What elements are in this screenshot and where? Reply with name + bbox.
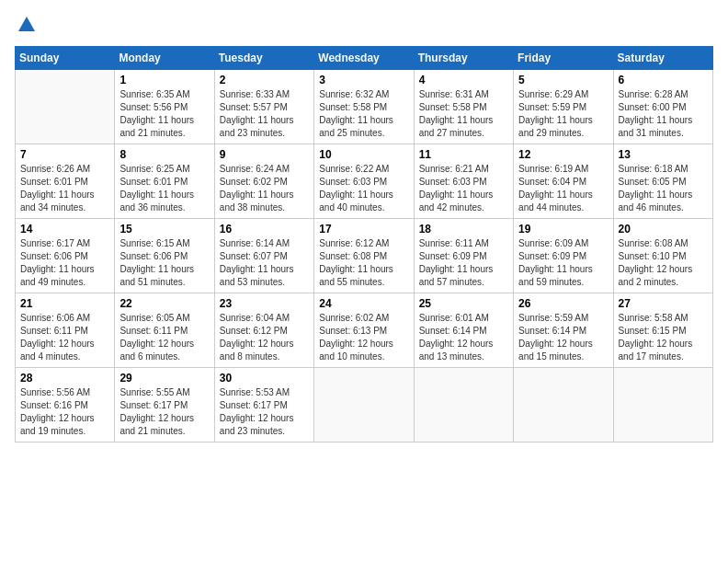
day-number: 15 (119, 223, 209, 236)
calendar-header-row: SundayMondayTuesdayWednesdayThursdayFrid… (16, 47, 713, 70)
week-row-0: 1Sunrise: 6:35 AMSunset: 5:56 PMDaylight… (16, 70, 713, 144)
day-cell: 28Sunrise: 5:56 AMSunset: 6:16 PMDayligh… (16, 368, 115, 442)
day-number: 7 (20, 148, 109, 161)
day-cell: 17Sunrise: 6:12 AMSunset: 6:08 PMDayligh… (314, 219, 414, 293)
header-tuesday: Tuesday (214, 47, 313, 70)
day-number: 9 (220, 148, 309, 161)
logo-icon (17, 15, 37, 35)
day-info: Sunrise: 6:01 AMSunset: 6:14 PMDaylight:… (419, 312, 508, 363)
day-info: Sunrise: 6:33 AMSunset: 5:57 PMDaylight:… (220, 88, 309, 140)
day-number: 27 (619, 297, 708, 310)
day-number: 11 (419, 148, 508, 161)
day-number: 24 (319, 297, 408, 310)
header-sunday: Sunday (16, 47, 115, 70)
header-monday: Monday (115, 47, 214, 70)
day-cell: 23Sunrise: 6:04 AMSunset: 6:12 PMDayligh… (214, 293, 313, 368)
day-cell (314, 368, 414, 442)
day-cell: 25Sunrise: 6:01 AMSunset: 6:14 PMDayligh… (414, 293, 513, 368)
day-info: Sunrise: 6:31 AMSunset: 5:58 PMDaylight:… (419, 88, 508, 140)
day-info: Sunrise: 5:55 AMSunset: 6:17 PMDaylight:… (119, 386, 209, 438)
day-number: 30 (220, 372, 309, 385)
day-info: Sunrise: 6:35 AMSunset: 5:56 PMDaylight:… (119, 88, 209, 140)
day-cell: 13Sunrise: 6:18 AMSunset: 6:05 PMDayligh… (613, 144, 712, 219)
day-number: 19 (518, 223, 608, 236)
day-cell (514, 368, 613, 442)
day-number: 25 (419, 297, 508, 310)
day-cell: 27Sunrise: 5:58 AMSunset: 6:15 PMDayligh… (613, 293, 712, 368)
day-info: Sunrise: 6:09 AMSunset: 6:09 PMDaylight:… (518, 237, 608, 289)
day-number: 20 (619, 223, 708, 236)
header-wednesday: Wednesday (314, 47, 414, 70)
day-info: Sunrise: 6:32 AMSunset: 5:58 PMDaylight:… (319, 88, 408, 140)
day-info: Sunrise: 6:22 AMSunset: 6:03 PMDaylight:… (319, 163, 408, 214)
week-row-4: 28Sunrise: 5:56 AMSunset: 6:16 PMDayligh… (16, 368, 713, 442)
day-number: 22 (119, 297, 209, 310)
header-saturday: Saturday (613, 47, 712, 70)
day-cell: 10Sunrise: 6:22 AMSunset: 6:03 PMDayligh… (314, 144, 414, 219)
day-cell (414, 368, 513, 442)
day-info: Sunrise: 5:56 AMSunset: 6:16 PMDaylight:… (20, 386, 109, 438)
day-cell: 7Sunrise: 6:26 AMSunset: 6:01 PMDaylight… (16, 144, 115, 219)
day-info: Sunrise: 5:59 AMSunset: 6:14 PMDaylight:… (518, 312, 608, 363)
day-number: 23 (220, 297, 309, 310)
day-info: Sunrise: 6:29 AMSunset: 5:59 PMDaylight:… (518, 88, 608, 140)
day-number: 16 (220, 223, 309, 236)
day-number: 3 (319, 74, 408, 86)
day-info: Sunrise: 6:19 AMSunset: 6:04 PMDaylight:… (518, 163, 608, 214)
day-cell: 18Sunrise: 6:11 AMSunset: 6:09 PMDayligh… (414, 219, 513, 293)
day-number: 18 (419, 223, 508, 236)
day-number: 6 (619, 74, 708, 86)
day-number: 17 (319, 223, 408, 236)
calendar: SundayMondayTuesdayWednesdayThursdayFrid… (15, 46, 713, 442)
day-cell: 3Sunrise: 6:32 AMSunset: 5:58 PMDaylight… (314, 70, 414, 144)
day-info: Sunrise: 6:21 AMSunset: 6:03 PMDaylight:… (419, 163, 508, 214)
day-cell: 26Sunrise: 5:59 AMSunset: 6:14 PMDayligh… (514, 293, 613, 368)
day-cell (16, 70, 115, 144)
day-cell: 14Sunrise: 6:17 AMSunset: 6:06 PMDayligh… (16, 219, 115, 293)
day-cell: 6Sunrise: 6:28 AMSunset: 6:00 PMDaylight… (613, 70, 712, 144)
day-cell: 11Sunrise: 6:21 AMSunset: 6:03 PMDayligh… (414, 144, 513, 219)
day-info: Sunrise: 5:53 AMSunset: 6:17 PMDaylight:… (220, 386, 309, 438)
day-number: 1 (119, 74, 209, 86)
day-info: Sunrise: 6:15 AMSunset: 6:06 PMDaylight:… (119, 237, 209, 289)
day-cell: 1Sunrise: 6:35 AMSunset: 5:56 PMDaylight… (115, 70, 214, 144)
day-info: Sunrise: 6:12 AMSunset: 6:08 PMDaylight:… (319, 237, 408, 289)
svg-marker-0 (18, 17, 35, 31)
day-cell: 16Sunrise: 6:14 AMSunset: 6:07 PMDayligh… (214, 219, 313, 293)
day-number: 2 (220, 74, 309, 86)
day-cell: 8Sunrise: 6:25 AMSunset: 6:01 PMDaylight… (115, 144, 214, 219)
day-number: 8 (119, 148, 209, 161)
day-info: Sunrise: 6:18 AMSunset: 6:05 PMDaylight:… (619, 163, 708, 214)
day-number: 4 (419, 74, 508, 86)
day-info: Sunrise: 6:26 AMSunset: 6:01 PMDaylight:… (20, 163, 109, 214)
day-cell: 9Sunrise: 6:24 AMSunset: 6:02 PMDaylight… (214, 144, 313, 219)
day-cell: 19Sunrise: 6:09 AMSunset: 6:09 PMDayligh… (514, 219, 613, 293)
day-cell: 4Sunrise: 6:31 AMSunset: 5:58 PMDaylight… (414, 70, 513, 144)
day-info: Sunrise: 6:04 AMSunset: 6:12 PMDaylight:… (220, 312, 309, 363)
day-info: Sunrise: 6:06 AMSunset: 6:11 PMDaylight:… (20, 312, 109, 363)
day-cell: 24Sunrise: 6:02 AMSunset: 6:13 PMDayligh… (314, 293, 414, 368)
day-cell: 30Sunrise: 5:53 AMSunset: 6:17 PMDayligh… (214, 368, 313, 442)
week-row-3: 21Sunrise: 6:06 AMSunset: 6:11 PMDayligh… (16, 293, 713, 368)
day-info: Sunrise: 6:08 AMSunset: 6:10 PMDaylight:… (619, 237, 708, 289)
day-number: 10 (319, 148, 408, 161)
logo (15, 15, 37, 35)
day-number: 14 (20, 223, 109, 236)
day-info: Sunrise: 6:17 AMSunset: 6:06 PMDaylight:… (20, 237, 109, 289)
day-info: Sunrise: 6:24 AMSunset: 6:02 PMDaylight:… (220, 163, 309, 214)
day-info: Sunrise: 6:28 AMSunset: 6:00 PMDaylight:… (619, 88, 708, 140)
day-number: 5 (518, 74, 608, 86)
day-number: 28 (20, 372, 109, 385)
day-cell (613, 368, 712, 442)
day-cell: 22Sunrise: 6:05 AMSunset: 6:11 PMDayligh… (115, 293, 214, 368)
day-cell: 2Sunrise: 6:33 AMSunset: 5:57 PMDaylight… (214, 70, 313, 144)
week-row-1: 7Sunrise: 6:26 AMSunset: 6:01 PMDaylight… (16, 144, 713, 219)
day-cell: 20Sunrise: 6:08 AMSunset: 6:10 PMDayligh… (613, 219, 712, 293)
day-info: Sunrise: 5:58 AMSunset: 6:15 PMDaylight:… (619, 312, 708, 363)
day-cell: 15Sunrise: 6:15 AMSunset: 6:06 PMDayligh… (115, 219, 214, 293)
day-cell: 12Sunrise: 6:19 AMSunset: 6:04 PMDayligh… (514, 144, 613, 219)
day-info: Sunrise: 6:02 AMSunset: 6:13 PMDaylight:… (319, 312, 408, 363)
day-cell: 29Sunrise: 5:55 AMSunset: 6:17 PMDayligh… (115, 368, 214, 442)
header-friday: Friday (514, 47, 613, 70)
day-number: 29 (119, 372, 209, 385)
